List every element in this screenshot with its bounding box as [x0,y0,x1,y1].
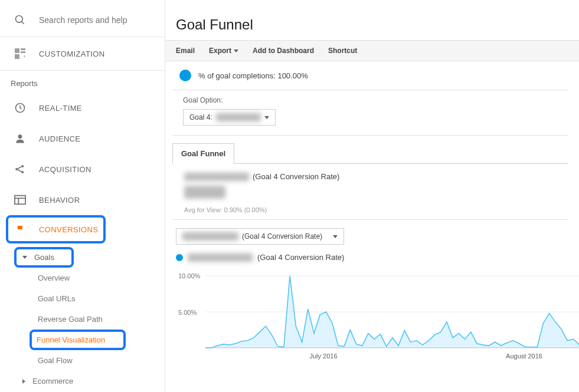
chart: 10.00% 5.00% July 2016 August 2016 Septe… [176,265,579,357]
behavior-icon [14,194,26,206]
sub-funnel-visualization[interactable]: Funnel Visualization [30,330,126,350]
chevron-down-icon [264,116,269,119]
goals-sublist: Overview Goal URLs Reverse Goal Path Fun… [0,268,165,371]
goal-dropdown-prefix: Goal 4: [189,113,212,121]
search-row[interactable] [0,0,165,37]
chart-metric-dropdown[interactable]: (Goal 4 Conversion Rate) [176,228,344,245]
y-tick-0: 10.00% [178,272,200,279]
search-icon [14,14,26,26]
svg-line-1 [22,22,24,24]
metric-suffix: (Goal 4 Conversion Rate) [253,172,339,181]
tab-goal-funnel[interactable]: Goal Funnel [172,143,234,164]
toolbar-shortcut[interactable]: Shortcut [328,47,357,55]
completion-text: % of goal completions: 100.00% [198,71,308,80]
nav-conversions[interactable]: CONVERSIONS [6,215,106,243]
metric-title-row: (Goal 4 Conversion Rate) [184,172,558,181]
completion-row: % of goal completions: 100.00% [172,61,568,90]
svg-rect-3 [21,48,25,50]
nav-ecommerce-label: Ecommerce [32,377,73,386]
x-tick-1: August 2016 [506,353,542,360]
nav-realtime-label: REAL-TIME [39,104,82,113]
person-icon [14,133,26,144]
sub-goal-flow[interactable]: Goal Flow [0,350,165,371]
dashboard-icon: + [14,48,26,60]
flag-icon [15,223,26,235]
chart-legend: (Goal 4 Conversion Rate) [165,249,579,265]
redacted-text [182,232,238,241]
svg-point-8 [18,134,22,139]
nav-acquisition-label: ACQUISITION [39,165,91,174]
chevron-down-icon [234,50,238,52]
svg-rect-12 [15,196,25,205]
nav-acquisition[interactable]: ACQUISITION [0,154,165,185]
page-title: Goal Funnel [165,0,579,40]
goal-option-label: Goal Option: [183,96,558,104]
sub-goal-urls[interactable]: Goal URLs [0,288,165,309]
pie-icon [179,70,191,81]
toolbar-add-dashboard[interactable]: Add to Dashboard [253,47,314,55]
customization-nav[interactable]: + CUSTOMIZATION [0,37,165,71]
svg-rect-4 [21,51,25,53]
svg-point-0 [16,16,23,23]
chevron-down-icon [22,256,27,259]
sub-reverse-goal-path[interactable]: Reverse Goal Path [0,309,165,330]
selector-suffix: (Goal 4 Conversion Rate) [242,232,322,241]
redacted-text [184,173,249,181]
line-chart-svg [205,265,579,351]
sub-funnel-visualization-label: Funnel Visualization [37,335,105,344]
sidebar: + CUSTOMIZATION Reports REAL-TIME AUDIEN… [0,0,165,392]
customization-label: CUSTOMIZATION [39,50,105,58]
avg-text: Avg for View: 0.90% (0.00%) [184,206,558,213]
chart-selector-row: (Goal 4 Conversion Rate) [165,220,579,249]
nav-audience[interactable]: AUDIENCE [0,123,165,154]
chevron-right-icon [22,379,25,384]
share-icon [14,163,26,175]
nav-behavior-label: BEHAVIOR [39,196,80,205]
sub-overview[interactable]: Overview [0,268,165,288]
nav-goals-label: Goals [34,253,54,262]
toolbar-export-label: Export [209,47,231,55]
nav-audience-label: AUDIENCE [39,134,80,143]
legend-suffix: (Goal 4 Conversion Rate) [257,253,344,262]
metric-section: (Goal 4 Conversion Rate) Avg for View: 0… [172,164,568,220]
redacted-text [216,113,261,121]
nav-ecommerce[interactable]: Ecommerce [0,371,165,391]
svg-rect-2 [15,48,19,53]
reports-header: Reports [0,71,165,93]
redacted-text [188,253,253,262]
nav-goals[interactable]: Goals [14,247,74,268]
toolbar-export[interactable]: Export [209,47,238,55]
nav-conversions-label: CONVERSIONS [39,225,98,234]
toolbar-email[interactable]: Email [176,47,195,55]
goal-option-dropdown[interactable]: Goal 4: [183,109,276,126]
main-panel: Goal Funnel Email Export Add to Dashboar… [165,0,579,392]
nav-realtime[interactable]: REAL-TIME [0,93,165,123]
clock-icon [14,102,26,114]
y-tick-1: 5.00% [178,309,197,316]
nav-behavior[interactable]: BEHAVIOR [0,185,165,215]
search-input[interactable] [39,15,154,25]
chevron-down-icon [333,235,338,238]
goal-option-section: Goal Option: Goal 4: [172,90,568,136]
x-tick-0: July 2016 [309,353,337,360]
redacted-metric-value [184,186,225,199]
toolbar: Email Export Add to Dashboard Shortcut [165,40,579,61]
tabs: Goal Funnel [172,143,568,164]
svg-rect-5 [15,54,19,59]
legend-dot [176,254,183,261]
svg-text:+: + [23,54,25,59]
